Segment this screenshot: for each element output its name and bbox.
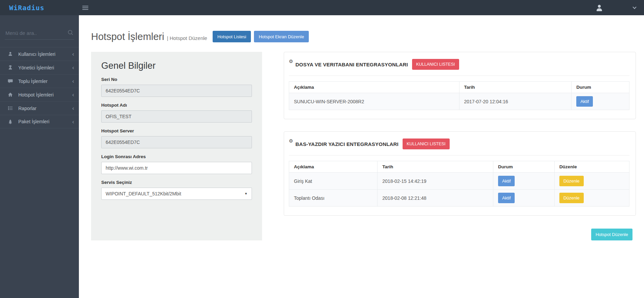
sidebar-item-toplu-islemler[interactable]: Toplu İşlemler ‹ [0, 74, 79, 88]
dosya-veritabani-card: ⚙ DOSYA VE VERITABANI ENTEGRASYONLARI KU… [284, 52, 636, 119]
column-header: Tarih [459, 82, 572, 93]
sidebar-item-label: Toplu İşlemler [18, 79, 47, 84]
tree-icon [7, 119, 13, 124]
duzenle-button[interactable]: Düzenle [559, 176, 584, 186]
login-sonrasi-adres-field[interactable] [101, 162, 252, 174]
column-header: Durum [572, 82, 629, 93]
kullanici-listesi-button[interactable]: KULLANICI LISTESI [403, 139, 450, 149]
search-icon [67, 29, 73, 37]
column-header: Tarih [378, 161, 493, 173]
gear-icon: ⚙ [289, 139, 293, 143]
section-title: DOSYA VE VERITABANI ENTEGRASYONLARI [296, 62, 408, 67]
sidebar-item-label: Kullanıcı İşlemleri [18, 51, 56, 57]
chevron-left-icon: ‹ [72, 92, 74, 98]
topbar-right [595, 4, 644, 12]
sidebar-item-label: Paket İşlemleri [18, 119, 49, 124]
chevron-down-icon[interactable] [632, 5, 636, 9]
divider [289, 155, 629, 155]
sidebar-item-paket-islemleri[interactable]: Paket İşlemleri ‹ [0, 115, 79, 128]
servis-seciniz-label: Servis Seçiniz [101, 180, 252, 185]
hotspot-server-field[interactable] [101, 136, 252, 148]
divider [289, 76, 629, 76]
hotspot-adi-label: Hotspot Adı [101, 103, 252, 108]
duzenle-button[interactable]: Düzenle [559, 193, 584, 203]
home-icon [7, 92, 13, 97]
column-header: Düzenle [554, 161, 629, 173]
hotspot-server-label: Hotspot Server [101, 128, 252, 133]
aciklama-cell: Giriş Kat [289, 173, 378, 190]
kullanici-listesi-button[interactable]: KULLANICI LISTESI [412, 59, 459, 70]
form-heading: Genel Bilgiler [101, 61, 252, 71]
servis-select[interactable]: WIPOINT_DEFAULT_512Kbit/2Mbit ▼ [101, 188, 252, 200]
bas-yazdir-card: ⚙ BAS-YAZDIR YAZICI ENTEGRASYONLARI KULL… [284, 131, 636, 216]
main-content: Hotspot İşlemleri | Hotspot Düzenle Hots… [79, 15, 644, 298]
admin-icon [7, 65, 13, 70]
genel-bilgiler-panel: Genel Bilgiler Seri No Hotspot Adı Hotsp… [91, 52, 262, 240]
seri-no-label: Seri No [101, 77, 252, 82]
table-row: SUNUCU-WIN-SERVER-2008R2 2017-07-20 12:0… [289, 93, 629, 110]
sidebar-item-label: Hotspot İşlemleri [18, 92, 53, 98]
page-header: Hotspot İşlemleri | Hotspot Düzenle Hots… [91, 31, 644, 42]
app-logo[interactable]: WiRadius [9, 4, 44, 12]
column-header: Açıklama [289, 161, 378, 173]
user-avatar-icon[interactable] [595, 4, 603, 12]
topbar: WiRadius [0, 0, 644, 15]
tarih-cell: 2017-07-20 12:04:16 [459, 93, 572, 110]
list-icon [7, 106, 13, 111]
page-title: Hotspot İşlemleri [91, 31, 164, 42]
gear-icon: ⚙ [289, 59, 293, 64]
tarih-cell: 2018-02-08 12:21:48 [378, 190, 493, 207]
aktif-button[interactable]: Aktif [498, 176, 515, 186]
sidebar: Kullanıcı İşlemleri ‹ Yönetici İşlemleri… [0, 15, 79, 298]
sidebar-item-yonetici-islemleri[interactable]: Yönetici İşlemleri ‹ [0, 61, 79, 74]
yazici-table: Açıklama Tarih Durum Düzenle Giriş Kat 2… [289, 161, 629, 207]
sidebar-item-raporlar[interactable]: Raporlar ‹ [0, 101, 79, 115]
sidebar-item-kullanici-islemleri[interactable]: Kullanıcı İşlemleri ‹ [0, 47, 79, 61]
entegrasyon-table: Açıklama Tarih Durum SUNUCU-WIN-SERVER-2… [289, 81, 629, 110]
aktif-button[interactable]: Aktif [576, 96, 593, 107]
servis-select-value: WIPOINT_DEFAULT_512Kbit/2Mbit [106, 191, 181, 196]
chevron-left-icon: ‹ [72, 65, 74, 70]
column-header: Durum [493, 161, 554, 173]
hotspot-listesi-button[interactable]: Hotspot Listesi [213, 31, 251, 42]
chevron-left-icon: ‹ [72, 119, 74, 125]
sidebar-item-label: Yönetici İşlemleri [18, 65, 54, 70]
hamburger-menu-icon[interactable] [82, 5, 88, 11]
sidebar-item-hotspot-islemleri[interactable]: Hotspot İşlemleri ‹ [0, 88, 79, 101]
table-row: Toplantı Odası 2018-02-08 12:21:48 Aktif… [289, 190, 629, 207]
seri-no-field[interactable] [101, 85, 252, 97]
menu-search-input[interactable] [5, 29, 74, 37]
select-caret-icon: ▼ [244, 192, 248, 195]
sidebar-menu: Kullanıcı İşlemleri ‹ Yönetici İşlemleri… [0, 47, 79, 128]
aktif-button[interactable]: Aktif [498, 193, 515, 203]
comment-icon [7, 79, 13, 84]
chevron-left-icon: ‹ [72, 78, 74, 84]
sidebar-item-label: Raporlar [18, 106, 37, 111]
hotspot-ekran-duzenle-button[interactable]: Hotspot Ekran Düzenle [254, 31, 309, 42]
chevron-left-icon: ‹ [72, 105, 74, 111]
column-header: Açıklama [289, 82, 459, 93]
chevron-left-icon: ‹ [72, 51, 74, 57]
aciklama-cell: Toplantı Odası [289, 190, 378, 207]
hotspot-duzenle-submit-button[interactable]: Hotspot Düzenle [591, 229, 632, 240]
sidebar-search [5, 29, 74, 40]
login-sonrasi-adres-label: Login Sonrası Adres [101, 154, 252, 159]
hotspot-adi-field[interactable] [101, 110, 252, 123]
user-icon [7, 51, 13, 57]
tarih-cell: 2018-02-15 14:42:19 [378, 173, 493, 190]
table-row: Giriş Kat 2018-02-15 14:42:19 Aktif Düze… [289, 173, 629, 190]
aciklama-cell: SUNUCU-WIN-SERVER-2008R2 [289, 93, 459, 110]
right-column: ⚙ DOSYA VE VERITABANI ENTEGRASYONLARI KU… [284, 52, 636, 240]
page-subtitle: | Hotspot Düzenle [167, 35, 207, 41]
section-title: BAS-YAZDIR YAZICI ENTEGRASYONLARI [296, 141, 399, 147]
